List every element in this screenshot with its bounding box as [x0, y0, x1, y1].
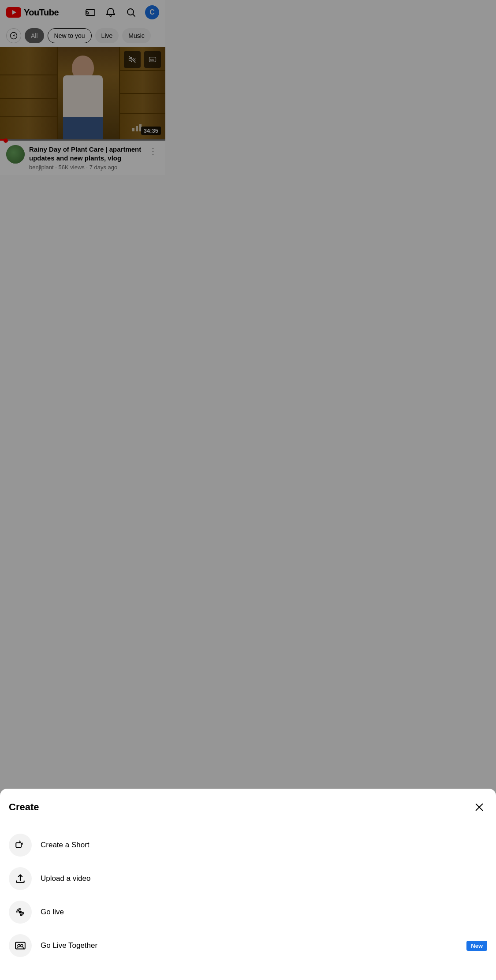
sheet-backdrop[interactable] [0, 0, 165, 327]
